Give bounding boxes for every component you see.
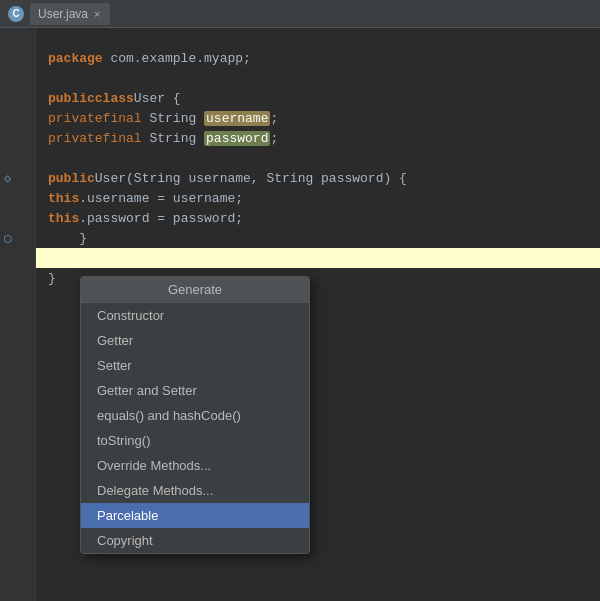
code-line-3 — [36, 68, 600, 88]
code-line-9: this.username = username; — [36, 188, 600, 208]
gutter-line — [0, 188, 35, 208]
gutter-line-breakpoint: ◇ — [0, 168, 35, 188]
file-icon: C — [8, 6, 24, 22]
code-line-5: private final String username; — [36, 108, 600, 128]
menu-item-delegate-methods[interactable]: Delegate Methods... — [81, 478, 309, 503]
gutter-line — [0, 48, 35, 68]
line-gutter: ◇ ◯ — [0, 28, 36, 601]
menu-item-setter[interactable]: Setter — [81, 353, 309, 378]
code-line-4: public class User { — [36, 88, 600, 108]
code-line-1 — [36, 28, 600, 48]
gutter-line — [0, 148, 35, 168]
tab-close-button[interactable]: × — [94, 8, 100, 20]
menu-item-equals-hashcode[interactable]: equals() and hashCode() — [81, 403, 309, 428]
editor-area: ◇ ◯ package com.example.myapp; public cl… — [0, 28, 600, 601]
gutter-line — [0, 268, 35, 288]
menu-item-tostring[interactable]: toString() — [81, 428, 309, 453]
gutter-line — [0, 108, 35, 128]
gutter-line — [0, 68, 35, 88]
code-line-7 — [36, 148, 600, 168]
menu-item-parcelable[interactable]: Parcelable — [81, 503, 309, 528]
gutter-line — [0, 208, 35, 228]
tab-label: User.java — [38, 7, 88, 21]
shield-icon: ◇ — [4, 171, 11, 186]
menu-item-getter[interactable]: Getter — [81, 328, 309, 353]
title-bar: C User.java × — [0, 0, 600, 28]
code-line-2: package com.example.myapp; — [36, 48, 600, 68]
menu-item-constructor[interactable]: Constructor — [81, 303, 309, 328]
gutter-line — [0, 248, 35, 268]
code-line-10: this.password = password; — [36, 208, 600, 228]
gutter-line-lock: ◯ — [0, 228, 35, 248]
menu-item-copyright[interactable]: Copyright — [81, 528, 309, 553]
menu-item-getter-setter[interactable]: Getter and Setter — [81, 378, 309, 403]
gutter-line — [0, 88, 35, 108]
lock-icon: ◯ — [4, 231, 11, 246]
code-line-8: public User(String username, String pass… — [36, 168, 600, 188]
code-line-12 — [36, 248, 600, 268]
gutter-line — [0, 28, 35, 48]
menu-header: Generate — [81, 277, 309, 303]
code-line-11: } — [36, 228, 600, 248]
gutter-line — [0, 128, 35, 148]
menu-item-override-methods[interactable]: Override Methods... — [81, 453, 309, 478]
context-menu[interactable]: Generate Constructor Getter Setter Gette… — [80, 276, 310, 554]
code-line-6: private final String password; — [36, 128, 600, 148]
editor-tab[interactable]: User.java × — [30, 3, 110, 25]
